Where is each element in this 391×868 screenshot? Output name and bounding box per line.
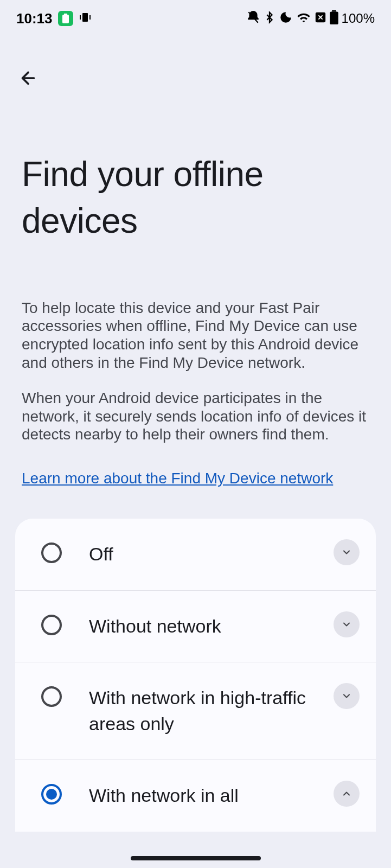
page-description: To help locate this device and your Fast… [22,299,369,444]
arrow-left-icon [18,68,38,88]
option-without-network[interactable]: Without network [15,591,376,663]
battery-saver-icon [58,11,73,26]
radio-high-traffic[interactable] [41,686,62,707]
status-time: 10:13 [16,10,53,27]
radio-without-network[interactable] [41,615,62,635]
notifications-off-icon [246,10,260,27]
chevron-up-icon [341,788,352,799]
option-off[interactable]: Off [15,519,376,591]
do-not-disturb-icon [279,10,293,27]
status-right: 100% [246,10,375,27]
chevron-down-icon [341,619,352,630]
status-left: 10:13 [16,10,92,27]
wifi-icon [296,11,311,26]
signal-icon [315,11,326,25]
description-paragraph-1: To help locate this device and your Fast… [22,299,369,372]
chevron-down-icon [341,691,352,701]
svg-rect-2 [82,13,88,22]
option-high-traffic[interactable]: With network in high-traffic areas only [15,662,376,760]
svg-rect-0 [64,14,67,15]
bluetooth-icon [264,10,275,27]
expand-all-areas-button[interactable] [334,781,360,807]
option-off-label: Off [89,541,334,567]
option-without-network-label: Without network [89,614,334,640]
description-paragraph-2: When your Android device participates in… [22,389,369,444]
options-card: Off Without network With network in high… [15,519,376,832]
option-all-areas-label: With network in all [89,783,334,809]
back-button[interactable] [15,65,41,91]
expand-without-network-button[interactable] [334,611,360,637]
page-title: Find your offline devices [22,151,369,245]
svg-rect-5 [330,12,338,24]
option-all-areas[interactable]: With network in all [15,760,376,832]
status-bar: 10:13 100% [0,0,391,33]
learn-more-link[interactable]: Learn more about the Find My Device netw… [22,470,333,487]
svg-rect-1 [62,15,69,23]
radio-all-areas[interactable] [41,784,62,805]
navigation-bar[interactable] [131,856,261,860]
expand-high-traffic-button[interactable] [334,683,360,709]
battery-percent: 100% [342,11,375,26]
battery-icon [330,10,338,27]
chevron-down-icon [341,547,352,558]
expand-off-button[interactable] [334,539,360,565]
radio-off[interactable] [41,542,62,563]
svg-rect-4 [332,10,336,12]
vibration-icon [79,11,92,26]
option-high-traffic-label: With network in high-traffic areas only [89,685,334,737]
